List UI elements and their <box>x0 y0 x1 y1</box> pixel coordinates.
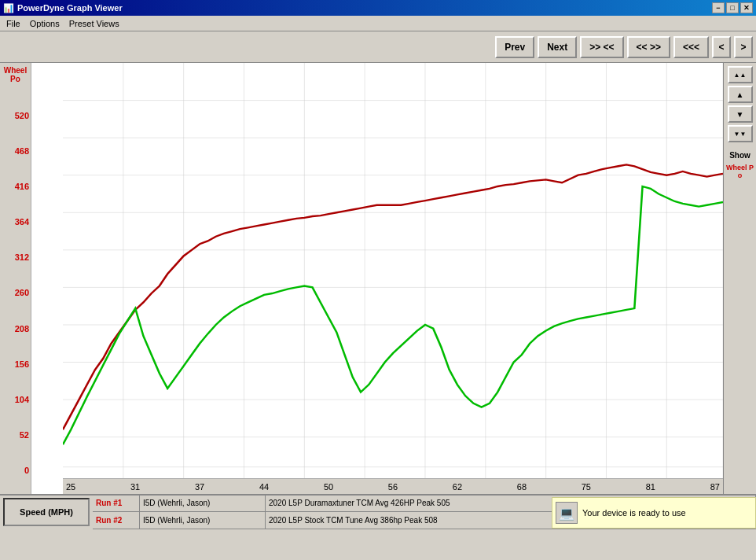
prev-button[interactable]: Prev <box>495 36 534 58</box>
scroll-down-down-button[interactable]: ▼▼ <box>728 125 753 142</box>
red-series <box>63 164 723 429</box>
device-icon: 💻 <box>556 502 578 524</box>
device-notification: 💻 Your device is ready to use <box>552 497 756 529</box>
device-ready-text: Your device is ready to use <box>582 508 686 518</box>
app-title: PowerDyne Graph Viewer <box>17 3 123 13</box>
show-label: Show <box>729 151 750 160</box>
y-axis-left: Wheel Po 520 468 416 364 312 260 208 156… <box>0 63 31 494</box>
close-button[interactable]: ✕ <box>740 2 753 13</box>
menu-file[interactable]: File <box>2 18 25 29</box>
right-panel: ▲▲ ▲ ▼ ▼▼ Show Wheel Po <box>723 63 756 494</box>
menu-bar: File Options Preset Views <box>0 16 756 31</box>
skip-far-button[interactable]: <<< <box>673 36 709 58</box>
scroll-down-button[interactable]: ▼ <box>728 105 753 123</box>
menu-options[interactable]: Options <box>25 18 64 29</box>
next-button[interactable]: Next <box>538 36 577 58</box>
green-series <box>63 186 723 444</box>
app-icon: 📊 <box>3 3 14 13</box>
scroll-up-button[interactable]: ▲ <box>728 86 753 103</box>
y-header-1: Wheel Po <box>2 66 29 83</box>
run-1-number: Run #1 <box>93 495 140 511</box>
nav-left-button[interactable]: < <box>712 36 731 58</box>
skip-fwd-button[interactable]: << >> <box>627 36 670 58</box>
run-2-driver: I5D (Wehrli, Jason) <box>140 512 266 529</box>
speed-label: Speed (MPH) <box>3 498 90 526</box>
toolbar: Prev Next >> << << >> <<< < > <box>0 31 756 63</box>
maximize-button[interactable]: □ <box>726 2 739 13</box>
run-1-driver: I5D (Wehrli, Jason) <box>140 495 266 511</box>
chart-svg <box>63 63 723 478</box>
wheel-power-label: Wheel Po <box>725 164 754 179</box>
scroll-up-up-button[interactable]: ▲▲ <box>728 66 753 83</box>
minimize-button[interactable]: − <box>712 2 725 13</box>
menu-preset-views[interactable]: Preset Views <box>64 18 124 29</box>
title-bar: 📊 PowerDyne Graph Viewer − □ ✕ <box>0 0 756 16</box>
x-axis: 25 31 37 44 50 56 62 68 75 81 87 <box>63 478 723 494</box>
status-bar: Speed (MPH) Run #1 I5D (Wehrli, Jason) 2… <box>0 494 756 529</box>
nav-right-button[interactable]: > <box>734 36 753 58</box>
title-bar-controls: − □ ✕ <box>712 2 753 13</box>
run-2-number: Run #2 <box>93 512 140 529</box>
main-area: Wheel Po 520 468 416 364 312 260 208 156… <box>0 63 756 529</box>
skip-back-button[interactable]: >> << <box>580 36 623 58</box>
